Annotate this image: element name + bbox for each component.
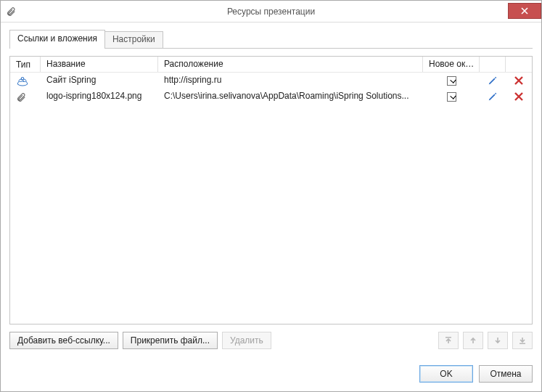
add-web-link-button[interactable]: Добавить веб-ссылку... [9,332,118,349]
cell-name: Сайт iSpring [41,73,158,89]
cell-location: http://ispring.ru [158,73,423,89]
dialog-footer: OK Отмена [1,358,541,391]
move-up-button[interactable] [463,332,483,349]
tab-label: Ссылки и вложения [17,33,97,44]
cell-location: C:\Users\irina.selivanova\AppData\Roamin… [158,89,423,105]
col-header-name[interactable]: Название [41,57,158,72]
attach-file-button[interactable]: Прикрепить файл... [123,332,218,349]
move-bottom-icon [518,336,527,345]
content: Ссылки и вложения Настройки Тип Название… [1,23,541,358]
titlebar: Ресурсы презентации [1,1,541,23]
checkbox-icon [447,76,456,86]
pencil-icon [486,74,499,87]
ok-button[interactable]: OK [419,365,473,383]
col-header-type[interactable]: Тип [10,57,41,72]
svg-point-0 [17,81,28,86]
col-header-location[interactable]: Расположение [158,57,423,72]
window-title: Ресурсы презентации [1,7,541,17]
cell-name: logo-ispring180x124.png [41,89,158,105]
tab-label: Настройки [112,34,155,44]
move-down-button[interactable] [488,332,508,349]
dialog-window: Ресурсы презентации Ссылки и вложения На… [0,0,542,392]
col-header-delete [506,57,532,72]
move-top-button[interactable] [438,332,459,349]
move-bottom-button[interactable] [512,332,533,349]
cell-new-window[interactable] [423,73,480,89]
resources-table: Тип Название Расположение Новое окно [9,56,533,324]
close-button[interactable] [508,3,541,19]
svg-point-1 [21,77,23,79]
svg-rect-3 [520,343,525,345]
toolbar: Добавить веб-ссылку... Прикрепить файл..… [9,332,533,349]
move-top-icon [444,336,453,345]
edit-button[interactable] [480,73,506,89]
delete-row-button[interactable] [506,73,532,89]
tab-bar: Ссылки и вложения Настройки [9,30,533,49]
table-row[interactable]: logo-ispring180x124.png C:\Users\irina.s… [10,89,532,105]
table-body: Сайт iSpring http://ispring.ru [10,73,532,324]
pencil-icon [486,90,499,103]
move-down-icon [493,336,502,345]
checkbox-icon [447,92,456,102]
delete-button[interactable]: Удалить [222,332,271,349]
table-header: Тип Название Расположение Новое окно [10,57,532,73]
svg-rect-2 [445,337,451,338]
cancel-button[interactable]: Отмена [479,365,533,383]
x-delete-icon [512,74,525,87]
table-row[interactable]: Сайт iSpring http://ispring.ru [10,73,532,89]
paperclip-icon [1,7,21,17]
cell-new-window[interactable] [423,89,480,105]
x-delete-icon [512,90,525,103]
tab-settings[interactable]: Настройки [105,31,163,48]
link-icon [10,73,41,89]
move-up-icon [469,336,477,345]
delete-row-button[interactable] [506,89,532,105]
col-header-new-window[interactable]: Новое окно [423,57,480,72]
close-icon [521,7,528,15]
edit-button[interactable] [480,89,506,105]
tab-links-attachments[interactable]: Ссылки и вложения [9,30,105,48]
paperclip-icon [10,89,41,105]
col-header-edit [480,57,506,72]
